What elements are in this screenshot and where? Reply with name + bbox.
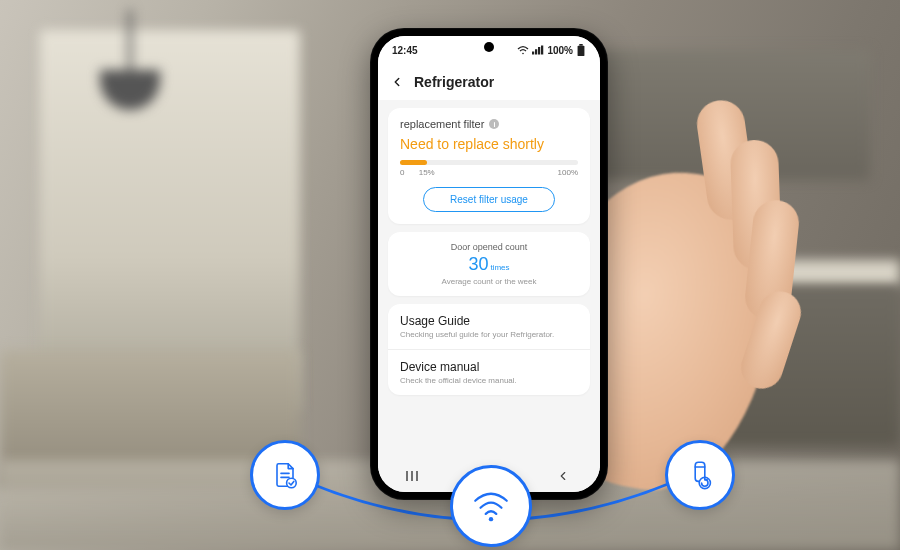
svg-rect-1 [532,52,534,55]
status-indicators: 100% [517,44,586,56]
back-button[interactable] [388,73,406,91]
camera-hole [484,42,494,52]
filter-progress-fill [400,160,427,165]
battery-icon [576,44,586,56]
filter-progress-bar [400,160,578,165]
android-back-button[interactable] [543,466,583,486]
usage-guide-subtitle: Checking useful guide for your Refrigera… [400,330,578,339]
svg-rect-4 [541,46,543,55]
chevron-left-icon [390,75,404,89]
filter-label: replacement filter [400,118,484,130]
info-icon[interactable]: i [489,119,499,129]
recents-icon [406,469,424,483]
door-count-unit: times [490,263,509,272]
device-manual-subtitle: Check the official device manual. [400,376,578,385]
door-count-subtitle: Average count or the week [400,277,578,286]
wifi-icon [517,45,529,55]
page-title: Refrigerator [414,74,494,90]
svg-rect-2 [535,49,537,54]
reset-filter-button[interactable]: Reset filter usage [423,187,555,212]
usage-guide-link[interactable]: Usage Guide Checking useful guide for yo… [388,304,590,349]
svg-rect-3 [538,47,540,55]
feature-bubble-wifi [450,465,532,547]
scale-min: 0 [400,168,404,177]
wifi-icon [470,485,512,527]
device-manual-title: Device manual [400,360,578,374]
svg-point-13 [287,478,297,488]
filter-warning-text: Need to replace shortly [400,136,578,152]
door-count-title: Door opened count [400,242,578,252]
door-count-card: Door opened count 30times Average count … [388,232,590,296]
smartphone-frame: 12:45 100% Refrigerator [370,28,608,500]
promo-scene: 12:45 100% Refrigerator [0,0,900,550]
svg-rect-5 [579,44,582,46]
recents-button[interactable] [395,466,435,486]
back-icon [556,469,570,483]
door-count-value: 30 [468,254,488,275]
progress-scale: 0 15% 100% [400,168,578,177]
filter-status-card: replacement filter i Need to replace sho… [388,108,590,224]
feature-bubble-filter [665,440,735,510]
battery-percent: 100% [547,45,573,56]
document-check-icon [269,459,301,491]
svg-point-14 [489,517,493,521]
scale-mid: 15% [419,168,435,177]
usage-guide-title: Usage Guide [400,314,578,328]
signal-icon [532,45,544,55]
filter-refresh-icon [684,459,716,491]
phone-screen: 12:45 100% Refrigerator [378,36,600,492]
bg-pendant-lamp [60,10,190,140]
scale-max: 100% [558,168,578,177]
links-card: Usage Guide Checking useful guide for yo… [388,304,590,395]
svg-point-0 [523,53,525,55]
status-time: 12:45 [392,45,418,56]
device-manual-link[interactable]: Device manual Check the official device … [388,350,590,395]
svg-rect-6 [578,46,585,56]
app-header: Refrigerator [378,64,600,100]
content-area: replacement filter i Need to replace sho… [378,100,600,468]
feature-bubble-document [250,440,320,510]
